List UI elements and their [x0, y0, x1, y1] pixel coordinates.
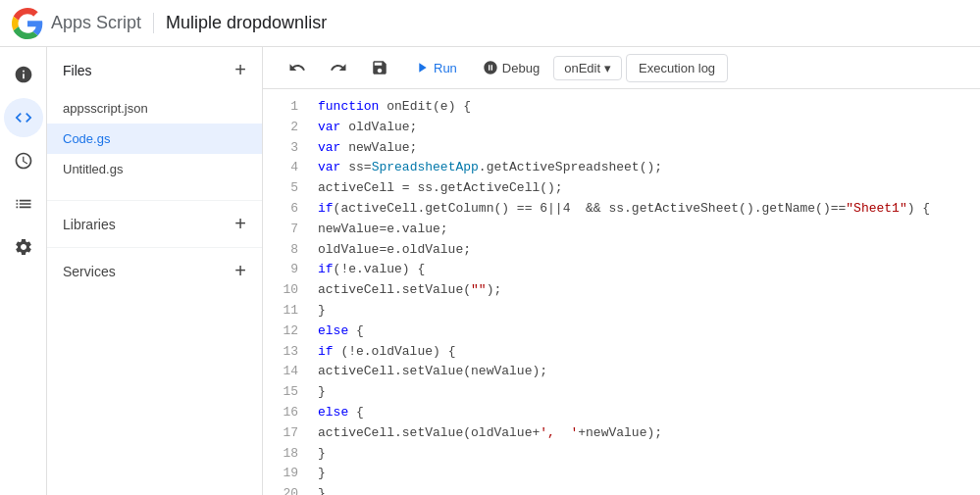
code-line: activeCell.setValue("");	[310, 280, 980, 301]
code-line: var ss=SpreadsheetApp.getActiveSpreadshe…	[310, 158, 980, 178]
code-content[interactable]: function onEdit(e) {var oldValue;var new…	[310, 89, 980, 495]
info-icon-btn[interactable]	[4, 55, 43, 94]
line-number: 20	[263, 484, 310, 495]
file-list: appsscript.json Code.gs Untitled.gs	[47, 93, 262, 184]
file-panel-header: Files +	[47, 47, 262, 93]
main-layout: Files + appsscript.json Code.gs Untitled…	[0, 47, 980, 495]
code-line: }	[310, 464, 980, 484]
triggers-icon-btn[interactable]	[4, 141, 43, 180]
google-logo	[12, 8, 43, 39]
line-number: 1	[263, 97, 310, 118]
line-number: 18	[263, 444, 310, 465]
code-line: else {	[310, 403, 980, 423]
add-library-button[interactable]: +	[234, 213, 246, 235]
line-numbers: 123456789101112131415161718192021	[263, 89, 310, 495]
file-item-appsscript[interactable]: appsscript.json	[47, 93, 262, 124]
code-line: var newValue;	[310, 138, 980, 159]
function-selector[interactable]: onEdit ▾	[553, 56, 622, 80]
code-line: }	[310, 444, 980, 465]
line-number: 6	[263, 199, 310, 220]
services-section: Services +	[47, 247, 262, 294]
toolbar: Run Debug onEdit ▾ Execution log	[263, 47, 980, 89]
libraries-section: Libraries +	[47, 200, 262, 247]
line-number: 13	[263, 342, 310, 363]
code-line: }	[310, 484, 980, 495]
add-file-button[interactable]: +	[234, 59, 246, 81]
services-label: Services	[63, 264, 116, 279]
line-number: 3	[263, 138, 310, 159]
file-item-code[interactable]: Code.gs	[47, 124, 262, 154]
code-line: if (!e.oldValue) {	[310, 342, 980, 363]
run-button[interactable]: Run	[402, 54, 469, 81]
line-number: 2	[263, 118, 310, 138]
line-number: 7	[263, 220, 310, 240]
line-number: 15	[263, 382, 310, 403]
code-area[interactable]: 123456789101112131415161718192021 functi…	[263, 89, 980, 495]
app-title: Apps Script	[51, 13, 141, 33]
code-line: activeCell = ss.getActiveCell();	[310, 178, 980, 199]
line-number: 8	[263, 240, 310, 261]
files-label: Files	[63, 63, 92, 78]
line-number: 9	[263, 260, 310, 280]
code-line: activeCell.setValue(oldValue+', '+newVal…	[310, 423, 980, 444]
doc-title: Muliple dropdownlisr	[153, 13, 327, 33]
settings-icon-btn[interactable]	[4, 227, 43, 267]
code-line: function onEdit(e) {	[310, 97, 980, 118]
save-button[interactable]	[361, 53, 398, 82]
line-number: 17	[263, 423, 310, 444]
code-line: activeCell.setValue(newValue);	[310, 362, 980, 382]
line-number: 11	[263, 301, 310, 322]
code-line: if(!e.value) {	[310, 260, 980, 280]
logo-area: Apps Script	[12, 8, 141, 39]
dropdown-icon: ▾	[604, 61, 611, 75]
code-line: var oldValue;	[310, 118, 980, 138]
file-panel: Files + appsscript.json Code.gs Untitled…	[47, 47, 263, 495]
line-number: 16	[263, 403, 310, 423]
line-number: 4	[263, 158, 310, 178]
executions-icon-btn[interactable]	[4, 184, 43, 223]
code-line: oldValue=e.oldValue;	[310, 240, 980, 261]
line-number: 19	[263, 464, 310, 484]
code-line: }	[310, 382, 980, 403]
line-number: 5	[263, 178, 310, 199]
debug-button[interactable]: Debug	[473, 54, 549, 81]
code-icon-btn[interactable]	[4, 98, 43, 137]
code-line: }	[310, 301, 980, 322]
redo-button[interactable]	[320, 53, 357, 82]
execution-log-button[interactable]: Execution log	[626, 54, 728, 82]
code-editor: 123456789101112131415161718192021 functi…	[263, 89, 980, 495]
file-item-untitled[interactable]: Untitled.gs	[47, 154, 262, 184]
code-line: newValue=e.value;	[310, 220, 980, 240]
topbar: Apps Script Muliple dropdownlisr	[0, 0, 980, 47]
undo-button[interactable]	[279, 53, 316, 82]
line-number: 10	[263, 280, 310, 301]
line-number: 12	[263, 322, 310, 342]
icon-sidebar	[0, 47, 47, 495]
right-area: Run Debug onEdit ▾ Execution log 1234567…	[263, 47, 980, 495]
code-line: else {	[310, 322, 980, 342]
libraries-label: Libraries	[63, 217, 116, 232]
code-line: if(activeCell.getColumn() == 6||4 && ss.…	[310, 199, 980, 220]
line-number: 14	[263, 362, 310, 382]
add-service-button[interactable]: +	[234, 260, 246, 282]
